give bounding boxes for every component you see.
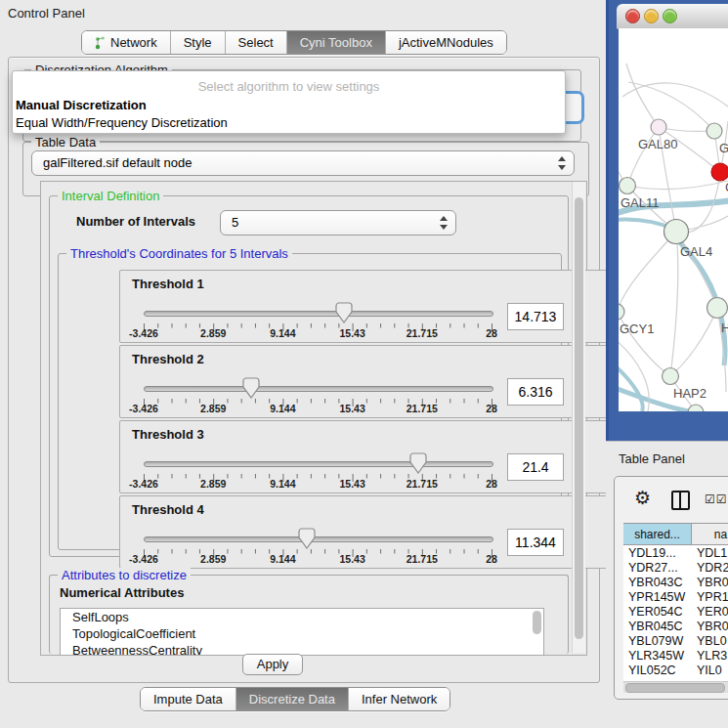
column-header-name[interactable]: na (692, 523, 728, 545)
network-icon (95, 36, 106, 50)
scale-label: -3.426 (112, 327, 175, 339)
scale-label: 9.144 (251, 327, 314, 339)
threshold-panel: Threshold 2-3.4262.8599.14415.4321.71528… (119, 345, 614, 418)
network-edge[interactable] (670, 308, 717, 376)
table-cell-shared-name[interactable]: YBL079W (628, 634, 683, 648)
column-layout-icon[interactable] (671, 491, 690, 510)
threshold-slider-handle[interactable] (335, 302, 353, 323)
cyni-toolbox-panel: Discretization Algorithm Table Data galF… (8, 57, 600, 683)
scale-label: 15.43 (321, 478, 384, 490)
scale-label: 9.144 (251, 553, 314, 565)
network-node-gal11[interactable] (620, 178, 636, 194)
network-edge[interactable] (627, 127, 659, 186)
mode-tab-infer-network[interactable]: Infer Network (348, 688, 450, 710)
numerical-attributes-label: Numerical Attributes (60, 585, 184, 600)
network-edge[interactable] (628, 82, 714, 131)
table-cell-shared-name[interactable]: YDL19... (628, 546, 676, 560)
tab-network[interactable]: Network (82, 31, 170, 54)
attributes-scrollbar[interactable] (533, 611, 541, 634)
table-hscrollbar-thumb[interactable] (625, 683, 725, 693)
spinner-stepper-icon[interactable] (440, 215, 449, 231)
table-cell-name[interactable]: YLR3 (697, 649, 727, 663)
threshold-value-field[interactable]: 14.713 (507, 303, 564, 330)
network-edge[interactable] (619, 232, 676, 312)
table-cell-name[interactable]: YER0 (697, 605, 728, 619)
table-cell-shared-name[interactable]: YER054C (628, 605, 683, 619)
table-cell-shared-name[interactable]: YDR27... (628, 561, 678, 575)
network-node-gcy1[interactable] (619, 304, 624, 320)
threshold-panel: Threshold 1-3.4262.8599.14415.4321.71528… (119, 270, 614, 343)
settings-gear-icon[interactable]: ⚙ (634, 489, 651, 507)
mode-tab-label: Impute Data (153, 692, 223, 707)
table-cell-name[interactable]: YDL1 (697, 546, 727, 560)
network-node-gal4[interactable] (664, 220, 689, 244)
table-panel: Table Panel ⚙ ☑☑ shared...na YDL19...YDL… (606, 441, 728, 728)
number-of-intervals-spinner[interactable]: 5 (220, 210, 456, 236)
threshold-value-field[interactable]: 11.344 (507, 529, 564, 556)
tab-select[interactable]: Select (225, 31, 286, 54)
mode-tab-impute-data[interactable]: Impute Data (141, 688, 236, 710)
panel-scrollbar-thumb[interactable] (575, 197, 583, 639)
algorithm-option[interactable]: Equal Width/Frequency Discretization (16, 115, 228, 130)
thresholds-group: Threshold's Coordinates for 5 Intervals … (58, 253, 562, 550)
table-cell-shared-name[interactable]: YIL052C (628, 664, 676, 677)
threshold-slider-handle[interactable] (242, 377, 260, 399)
table-cell-shared-name[interactable]: YBR045C (628, 620, 683, 633)
threshold-label: Threshold 4 (132, 502, 204, 517)
table-cell-name[interactable]: YBR0 (697, 576, 728, 589)
attribute-list-item[interactable]: BetweennessCentrality (61, 642, 543, 656)
network-node-gal80[interactable] (651, 119, 666, 135)
threshold-value-field[interactable]: 21.4 (507, 453, 564, 481)
table-cell-name[interactable]: YIL0 (697, 664, 722, 677)
table-cell-shared-name[interactable]: YLR345W (628, 649, 684, 663)
column-header-shared-name[interactable]: shared... (623, 523, 692, 545)
apply-button[interactable]: Apply (242, 654, 303, 675)
table-data-combo[interactable]: galFiltered.sif default node (31, 150, 575, 176)
scale-label: -3.426 (112, 478, 175, 490)
threshold-slider-track[interactable] (144, 536, 493, 542)
settings-scrollpane: Interval Definition Number of Intervals … (40, 181, 587, 656)
network-canvas[interactable]: GAL80GCGAL11GAL4GCY1HHAP2 (619, 28, 728, 411)
table-cell-shared-name[interactable]: YBR043C (628, 576, 683, 589)
network-node-h[interactable] (707, 298, 728, 319)
algorithm-placeholder: Select algorithm to view settings (13, 79, 565, 94)
network-edge[interactable] (626, 64, 659, 127)
table-cell-name[interactable]: YBR0 (697, 620, 728, 633)
threshold-slider-handle[interactable] (298, 528, 316, 549)
minimize-traffic-light-icon[interactable] (644, 9, 659, 23)
scale-label: 2.859 (182, 403, 244, 414)
panel-scrollbar-track[interactable] (572, 182, 585, 653)
network-edge[interactable] (627, 181, 728, 190)
network-node-bottom-node[interactable] (688, 405, 704, 411)
zoom-traffic-light-icon[interactable] (663, 9, 677, 23)
network-edge[interactable] (670, 232, 678, 376)
network-node-red-node[interactable] (711, 163, 728, 181)
network-node-hap2[interactable] (663, 368, 679, 385)
tab-jactivemnodules[interactable]: jActiveMNodules (385, 31, 506, 54)
table-cell-name[interactable]: YPR1 (697, 590, 728, 604)
table-cell-shared-name[interactable]: YPR145W (628, 590, 685, 604)
algorithm-option[interactable]: Manual Discretization (16, 98, 147, 112)
tab-cyni-toolbox[interactable]: Cyni Toolbox (286, 31, 385, 54)
threshold-slider-track[interactable] (144, 311, 493, 317)
tab-label: Network (110, 35, 157, 50)
attributes-group: Attributes to discretize Numerical Attri… (49, 575, 569, 654)
network-node-g[interactable] (707, 123, 722, 139)
network-node-label: GAL80 (638, 137, 677, 151)
window-title: Control Panel (8, 6, 85, 21)
mode-tab-discretize-data[interactable]: Discretize Data (236, 688, 348, 710)
checkbox-pair-icon[interactable]: ☑☑ (705, 492, 728, 506)
attribute-list-item[interactable]: TopologicalCoefficient (61, 625, 543, 642)
table-hscrollbar-track[interactable] (623, 681, 728, 693)
threshold-value-field[interactable]: 6.316 (507, 378, 564, 406)
close-traffic-light-icon[interactable] (625, 9, 640, 23)
threshold-slider-track[interactable] (144, 461, 493, 467)
table-cell-name[interactable]: YDR2 (697, 561, 728, 575)
threshold-slider-track[interactable] (144, 386, 493, 392)
attribute-list-item[interactable]: SelfLoops (61, 609, 543, 625)
numerical-attributes-list[interactable]: SelfLoopsTopologicalCoefficientBetweenne… (60, 608, 544, 656)
table-cell-name[interactable]: YBL0 (697, 634, 727, 648)
tab-style[interactable]: Style (170, 31, 225, 54)
threshold-slider-handle[interactable] (409, 452, 427, 474)
combo-stepper-icon[interactable] (558, 155, 567, 171)
